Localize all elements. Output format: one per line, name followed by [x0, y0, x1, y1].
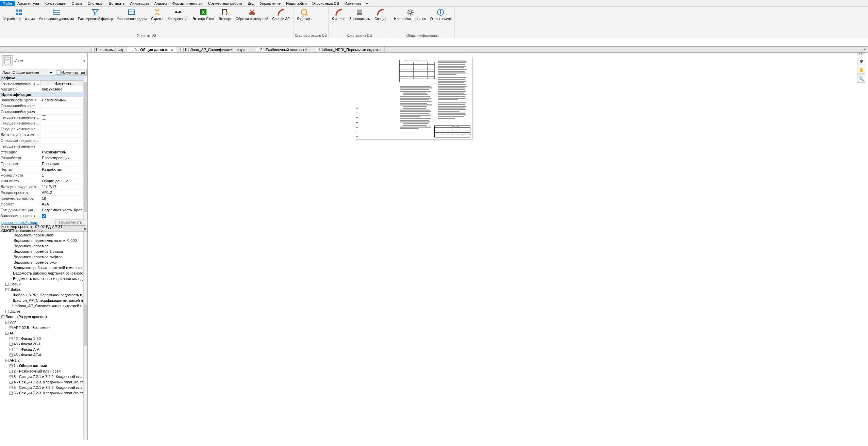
- property-value[interactable]: Независимый: [40, 97, 87, 103]
- menu-modify[interactable]: Изменить: [342, 1, 364, 6]
- tree-item[interactable]: +АР2.02.5 - Без имени: [0, 325, 87, 330]
- property-section-header[interactable]: рафика⌃: [0, 76, 87, 81]
- tree-item[interactable]: -Листы (Раздел проекта): [0, 314, 87, 319]
- menu-architecture[interactable]: Архитектура: [15, 1, 42, 6]
- drawing-sheet[interactable]: Ведомость ссылочных и прилагаемых докуме…: [355, 57, 472, 139]
- btn-about[interactable]: i О программе: [428, 7, 453, 33]
- drawing-canvas[interactable]: Ведомость ссылочных и прилагаемых докуме…: [88, 47, 868, 440]
- tree-item[interactable]: Шаблон_АР_Спецификация витражей на отм. …: [0, 298, 87, 303]
- tree-item[interactable]: -Шабло: [0, 287, 87, 292]
- tree-item[interactable]: +45 - Фасад АГ-А: [0, 352, 87, 358]
- expand-icon[interactable]: +: [10, 381, 13, 384]
- menu-ecosystem[interactable]: Экосистема DS: [310, 1, 342, 6]
- property-value[interactable]: [40, 115, 87, 120]
- expand-icon[interactable]: +: [10, 392, 13, 395]
- tree-item[interactable]: +44 - Фасад А-АГ: [0, 347, 87, 352]
- collapse-icon[interactable]: -: [5, 332, 9, 335]
- property-value[interactable]: Разработал: [40, 167, 87, 172]
- tree-item[interactable]: Ведомость проемов лифтов: [0, 254, 87, 260]
- btn-plugin-settings[interactable]: Настройки плагинов: [392, 7, 428, 33]
- property-value[interactable]: АР1.2: [40, 190, 87, 195]
- expand-icon[interactable]: +: [10, 326, 13, 329]
- btn-crop-rooms[interactable]: Обрезка помещений: [234, 7, 270, 33]
- property-value[interactable]: Проверил: [40, 161, 87, 166]
- tree-item[interactable]: Шаблон_NPRI_Перемычки ведомость копия 1 …: [0, 292, 87, 298]
- properties-help-link[interactable]: правка по свойствам: [1, 220, 38, 225]
- property-value[interactable]: Руководитель: [40, 149, 87, 155]
- expand-icon[interactable]: +: [10, 375, 13, 378]
- tree-item[interactable]: -???: [0, 319, 87, 325]
- collapse-icon[interactable]: -: [5, 288, 9, 291]
- property-value[interactable]: Надземная часть. Кровля. Корпус ...: [40, 207, 87, 213]
- expand-icon[interactable]: +: [10, 337, 13, 340]
- project-browser-close-icon[interactable]: ×: [84, 227, 86, 231]
- btn-clips[interactable]: Скрепы: [149, 7, 166, 33]
- property-value[interactable]: [40, 120, 87, 126]
- tree-item[interactable]: Ведомость перемычек на отм. 0,000: [0, 238, 87, 243]
- properties-instance-select[interactable]: Лист: Общие данные: [1, 70, 54, 75]
- tab-template-npri[interactable]: Шаблон_NPRI_Перемычки ведом...: [311, 47, 385, 52]
- tab-close-icon[interactable]: ×: [171, 48, 173, 52]
- btn-as-body[interactable]: Как тело: [330, 7, 348, 33]
- tree-item[interactable]: Ведомость рабочих чертежей комплекта АР3: [0, 265, 87, 270]
- menu-manage[interactable]: Управление: [257, 1, 283, 6]
- tree-item[interactable]: +1 - Общие данные: [0, 363, 87, 368]
- property-section-header[interactable]: Идентификация⌃: [0, 92, 87, 97]
- expand-icon[interactable]: +: [10, 370, 13, 373]
- property-value[interactable]: 1: [40, 172, 87, 178]
- property-value[interactable]: [40, 103, 87, 109]
- tree-item[interactable]: +43 - Фасад 30-1: [0, 341, 87, 347]
- tab-axis-plan[interactable]: 2 - Разбивочный план осей: [252, 47, 311, 52]
- property-checkbox[interactable]: [42, 214, 46, 218]
- expand-icon[interactable]: +: [5, 283, 9, 286]
- property-value[interactable]: [40, 132, 87, 137]
- nav-zoom-icon[interactable]: 🔍: [857, 75, 865, 83]
- property-value[interactable]: Изменить...: [40, 81, 87, 86]
- menu-dropdown-icon[interactable]: ▾: [364, 1, 370, 6]
- expand-icon[interactable]: +: [10, 386, 13, 389]
- expand-icon[interactable]: +: [10, 343, 13, 346]
- tab-template-spec[interactable]: Шаблон_АР_Спецификация витра...: [177, 47, 252, 52]
- property-value[interactable]: [40, 138, 87, 143]
- btn-extended-filter[interactable]: Расширенный фильтр: [76, 7, 115, 33]
- tree-item[interactable]: -АР: [0, 330, 87, 336]
- btn-spec[interactable]: Специи: [372, 7, 389, 33]
- collapse-icon[interactable]: -: [1, 315, 4, 318]
- btn-manage-levels[interactable]: Управление уровнями: [37, 7, 76, 33]
- tree-item[interactable]: +Экспл: [0, 309, 87, 314]
- menu-forms[interactable]: Формы и генплан: [170, 1, 205, 6]
- property-value[interactable]: [40, 213, 87, 218]
- menu-collab[interactable]: Совместная работа: [205, 1, 245, 6]
- property-value[interactable]: 11/17/17: [40, 184, 87, 189]
- btn-export-excel[interactable]: X Экспорт Excel: [190, 7, 217, 33]
- expand-icon[interactable]: +: [10, 348, 13, 351]
- scrollbar-thumb[interactable]: [84, 304, 87, 346]
- tree-item[interactable]: +Специ: [0, 281, 87, 287]
- property-value[interactable]: Общие данные: [40, 178, 87, 184]
- menu-analysis[interactable]: Анализ: [151, 1, 169, 6]
- collapse-icon[interactable]: -: [5, 359, 9, 362]
- browser-scrollbar[interactable]: [83, 232, 87, 440]
- property-value[interactable]: 19: [40, 196, 87, 201]
- btn-export[interactable]: Экспорт: [217, 7, 234, 33]
- menu-annotations[interactable]: Аннотации: [128, 1, 152, 6]
- property-value[interactable]: [40, 126, 87, 132]
- tree-item[interactable]: +5 - Секции 7.2.1 и 7.2.2. Кладочный пла…: [0, 385, 87, 390]
- btn-copy[interactable]: Копирование: [166, 7, 190, 33]
- property-value[interactable]: [40, 144, 87, 149]
- tree-item[interactable]: Ведомость проемов: [0, 243, 87, 249]
- btn-filler[interactable]: Заполнитель: [347, 7, 372, 33]
- nav-pan-icon[interactable]: ✋: [857, 66, 865, 74]
- tree-item[interactable]: Ведомость проемов 1 этажа: [0, 249, 87, 254]
- tab-general-data[interactable]: 1 - Общие данные ×: [127, 47, 177, 52]
- btn-spec-ar[interactable]: Специи АР: [270, 7, 292, 33]
- expand-icon[interactable]: +: [10, 364, 13, 367]
- menu-steel[interactable]: Сталь: [69, 1, 85, 6]
- expand-icon[interactable]: +: [10, 353, 13, 357]
- nav-wheel-icon[interactable]: ⊕: [857, 57, 865, 65]
- tree-item[interactable]: +4 - Секции 7.2.3. Кладочный план 1го эт…: [0, 379, 87, 385]
- tree-item[interactable]: +42 - Фасад 1-30: [0, 336, 87, 341]
- tree-item[interactable]: Ведомость рабочих чертежей основного ком…: [0, 270, 87, 276]
- tree-item[interactable]: Ведомость ссылочных и прилагаемых докуме…: [0, 276, 87, 281]
- collapse-icon[interactable]: -: [5, 321, 9, 324]
